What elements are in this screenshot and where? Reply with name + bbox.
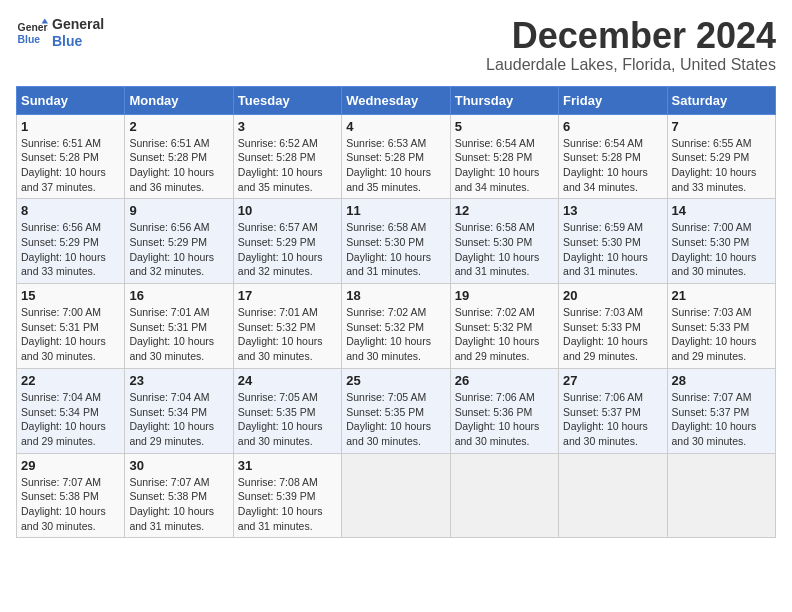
day-number: 19 [455, 288, 554, 303]
day-of-week-header: Saturday [667, 86, 775, 114]
calendar-day-cell: 25 Sunrise: 7:05 AMSunset: 5:35 PMDaylig… [342, 368, 450, 453]
day-number: 29 [21, 458, 120, 473]
day-number: 14 [672, 203, 771, 218]
svg-marker-2 [42, 18, 48, 23]
day-detail: Sunrise: 6:57 AMSunset: 5:29 PMDaylight:… [238, 220, 337, 279]
day-detail: Sunrise: 7:02 AMSunset: 5:32 PMDaylight:… [455, 305, 554, 364]
day-detail: Sunrise: 7:00 AMSunset: 5:31 PMDaylight:… [21, 305, 120, 364]
day-detail: Sunrise: 7:05 AMSunset: 5:35 PMDaylight:… [346, 390, 445, 449]
day-number: 1 [21, 119, 120, 134]
day-detail: Sunrise: 7:03 AMSunset: 5:33 PMDaylight:… [563, 305, 662, 364]
day-detail: Sunrise: 6:53 AMSunset: 5:28 PMDaylight:… [346, 136, 445, 195]
day-number: 16 [129, 288, 228, 303]
calendar-day-cell [342, 453, 450, 538]
day-detail: Sunrise: 6:52 AMSunset: 5:28 PMDaylight:… [238, 136, 337, 195]
day-detail: Sunrise: 6:56 AMSunset: 5:29 PMDaylight:… [129, 220, 228, 279]
day-detail: Sunrise: 6:58 AMSunset: 5:30 PMDaylight:… [455, 220, 554, 279]
calendar-day-cell: 21 Sunrise: 7:03 AMSunset: 5:33 PMDaylig… [667, 284, 775, 369]
day-detail: Sunrise: 7:07 AMSunset: 5:37 PMDaylight:… [672, 390, 771, 449]
calendar-day-cell: 18 Sunrise: 7:02 AMSunset: 5:32 PMDaylig… [342, 284, 450, 369]
day-detail: Sunrise: 6:58 AMSunset: 5:30 PMDaylight:… [346, 220, 445, 279]
calendar-day-cell: 24 Sunrise: 7:05 AMSunset: 5:35 PMDaylig… [233, 368, 341, 453]
day-detail: Sunrise: 7:07 AMSunset: 5:38 PMDaylight:… [129, 475, 228, 534]
calendar-day-cell: 8 Sunrise: 6:56 AMSunset: 5:29 PMDayligh… [17, 199, 125, 284]
day-of-week-header: Wednesday [342, 86, 450, 114]
calendar-day-cell: 19 Sunrise: 7:02 AMSunset: 5:32 PMDaylig… [450, 284, 558, 369]
calendar-week-row: 1 Sunrise: 6:51 AMSunset: 5:28 PMDayligh… [17, 114, 776, 199]
day-number: 24 [238, 373, 337, 388]
calendar-day-cell: 26 Sunrise: 7:06 AMSunset: 5:36 PMDaylig… [450, 368, 558, 453]
calendar-day-cell: 4 Sunrise: 6:53 AMSunset: 5:28 PMDayligh… [342, 114, 450, 199]
day-number: 5 [455, 119, 554, 134]
calendar-day-cell [559, 453, 667, 538]
calendar-day-cell: 6 Sunrise: 6:54 AMSunset: 5:28 PMDayligh… [559, 114, 667, 199]
day-detail: Sunrise: 6:54 AMSunset: 5:28 PMDaylight:… [455, 136, 554, 195]
logo: General Blue General Blue [16, 16, 104, 50]
calendar-day-cell: 22 Sunrise: 7:04 AMSunset: 5:34 PMDaylig… [17, 368, 125, 453]
day-detail: Sunrise: 6:56 AMSunset: 5:29 PMDaylight:… [21, 220, 120, 279]
day-number: 3 [238, 119, 337, 134]
calendar-week-row: 8 Sunrise: 6:56 AMSunset: 5:29 PMDayligh… [17, 199, 776, 284]
day-number: 12 [455, 203, 554, 218]
day-detail: Sunrise: 6:51 AMSunset: 5:28 PMDaylight:… [21, 136, 120, 195]
day-number: 10 [238, 203, 337, 218]
day-detail: Sunrise: 7:05 AMSunset: 5:35 PMDaylight:… [238, 390, 337, 449]
header: General Blue General Blue December 2024 … [16, 16, 776, 74]
day-number: 28 [672, 373, 771, 388]
day-number: 4 [346, 119, 445, 134]
calendar-body: 1 Sunrise: 6:51 AMSunset: 5:28 PMDayligh… [17, 114, 776, 538]
day-number: 9 [129, 203, 228, 218]
logo-text-line1: General [52, 16, 104, 33]
day-number: 21 [672, 288, 771, 303]
day-number: 8 [21, 203, 120, 218]
calendar-day-cell [667, 453, 775, 538]
day-number: 30 [129, 458, 228, 473]
day-detail: Sunrise: 7:02 AMSunset: 5:32 PMDaylight:… [346, 305, 445, 364]
svg-text:Blue: Blue [18, 33, 41, 44]
day-number: 25 [346, 373, 445, 388]
day-number: 17 [238, 288, 337, 303]
svg-text:General: General [18, 22, 48, 33]
calendar-day-cell: 11 Sunrise: 6:58 AMSunset: 5:30 PMDaylig… [342, 199, 450, 284]
day-number: 13 [563, 203, 662, 218]
day-number: 7 [672, 119, 771, 134]
calendar-day-cell: 5 Sunrise: 6:54 AMSunset: 5:28 PMDayligh… [450, 114, 558, 199]
calendar-day-cell: 15 Sunrise: 7:00 AMSunset: 5:31 PMDaylig… [17, 284, 125, 369]
logo-icon: General Blue [16, 17, 48, 49]
calendar-table: SundayMondayTuesdayWednesdayThursdayFrid… [16, 86, 776, 539]
day-detail: Sunrise: 7:08 AMSunset: 5:39 PMDaylight:… [238, 475, 337, 534]
calendar-day-cell: 20 Sunrise: 7:03 AMSunset: 5:33 PMDaylig… [559, 284, 667, 369]
day-detail: Sunrise: 6:51 AMSunset: 5:28 PMDaylight:… [129, 136, 228, 195]
calendar-day-cell: 14 Sunrise: 7:00 AMSunset: 5:30 PMDaylig… [667, 199, 775, 284]
calendar-day-cell [450, 453, 558, 538]
calendar-day-cell: 30 Sunrise: 7:07 AMSunset: 5:38 PMDaylig… [125, 453, 233, 538]
day-of-week-header: Thursday [450, 86, 558, 114]
calendar-day-cell: 17 Sunrise: 7:01 AMSunset: 5:32 PMDaylig… [233, 284, 341, 369]
day-number: 26 [455, 373, 554, 388]
calendar-day-cell: 28 Sunrise: 7:07 AMSunset: 5:37 PMDaylig… [667, 368, 775, 453]
day-detail: Sunrise: 7:01 AMSunset: 5:31 PMDaylight:… [129, 305, 228, 364]
day-number: 27 [563, 373, 662, 388]
day-of-week-header: Tuesday [233, 86, 341, 114]
calendar-week-row: 29 Sunrise: 7:07 AMSunset: 5:38 PMDaylig… [17, 453, 776, 538]
day-detail: Sunrise: 7:04 AMSunset: 5:34 PMDaylight:… [129, 390, 228, 449]
day-number: 11 [346, 203, 445, 218]
title-area: December 2024 Lauderdale Lakes, Florida,… [486, 16, 776, 74]
calendar-day-cell: 3 Sunrise: 6:52 AMSunset: 5:28 PMDayligh… [233, 114, 341, 199]
day-detail: Sunrise: 7:00 AMSunset: 5:30 PMDaylight:… [672, 220, 771, 279]
day-of-week-header: Sunday [17, 86, 125, 114]
calendar-week-row: 22 Sunrise: 7:04 AMSunset: 5:34 PMDaylig… [17, 368, 776, 453]
day-detail: Sunrise: 6:59 AMSunset: 5:30 PMDaylight:… [563, 220, 662, 279]
calendar-day-cell: 12 Sunrise: 6:58 AMSunset: 5:30 PMDaylig… [450, 199, 558, 284]
calendar-day-cell: 1 Sunrise: 6:51 AMSunset: 5:28 PMDayligh… [17, 114, 125, 199]
day-number: 2 [129, 119, 228, 134]
day-detail: Sunrise: 7:07 AMSunset: 5:38 PMDaylight:… [21, 475, 120, 534]
day-detail: Sunrise: 7:01 AMSunset: 5:32 PMDaylight:… [238, 305, 337, 364]
logo-text-line2: Blue [52, 33, 104, 50]
month-title: December 2024 [486, 16, 776, 56]
day-number: 31 [238, 458, 337, 473]
day-detail: Sunrise: 6:55 AMSunset: 5:29 PMDaylight:… [672, 136, 771, 195]
day-detail: Sunrise: 7:03 AMSunset: 5:33 PMDaylight:… [672, 305, 771, 364]
day-detail: Sunrise: 7:06 AMSunset: 5:37 PMDaylight:… [563, 390, 662, 449]
day-of-week-header: Monday [125, 86, 233, 114]
